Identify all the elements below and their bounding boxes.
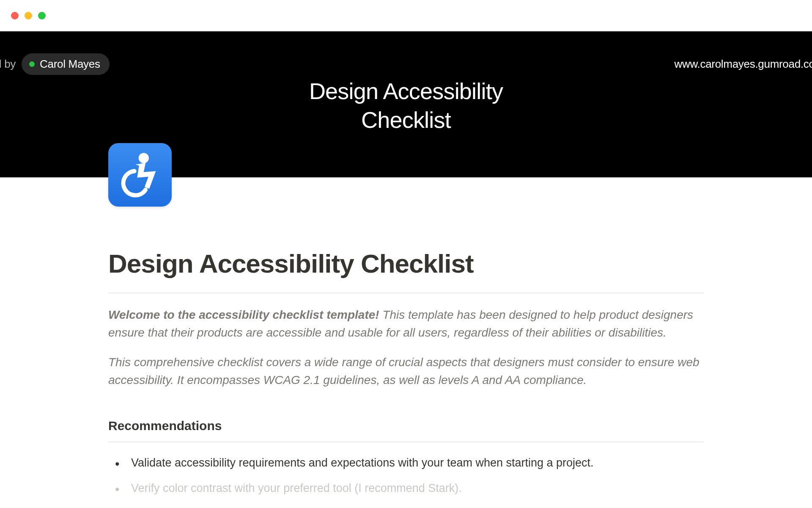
- author-pill[interactable]: Carol Mayes: [22, 53, 110, 75]
- intro-paragraph-2: This comprehensive checklist covers a wi…: [108, 353, 704, 389]
- page-title: Design Accessibility Checklist: [108, 249, 704, 278]
- cover-title: Design Accessibility Checklist: [0, 77, 812, 134]
- list-item: Validate accessibility requirements and …: [115, 454, 704, 472]
- intro-paragraph-1: Welcome to the accessibility checklist t…: [108, 306, 704, 342]
- window-titlebar: [0, 0, 812, 31]
- minimize-window-button[interactable]: [25, 12, 32, 19]
- created-by-label: ted by: [0, 58, 16, 71]
- list-item: Verify color contrast with your preferre…: [115, 480, 704, 497]
- intro-bold: Welcome to the accessibility checklist t…: [108, 308, 379, 321]
- author-name: Carol Mayes: [40, 58, 100, 71]
- page-icon-accessibility[interactable]: [108, 143, 172, 207]
- status-dot-icon: [29, 61, 35, 67]
- svg-point-0: [139, 153, 149, 163]
- recommendations-list: Validate accessibility requirements and …: [108, 454, 704, 497]
- divider: [108, 293, 704, 293]
- wheelchair-icon: [117, 152, 163, 198]
- fullscreen-window-button[interactable]: [38, 12, 46, 19]
- site-url[interactable]: www.carolmayes.gumroad.com: [675, 58, 812, 71]
- recommendations-heading: Recommendations: [108, 419, 704, 433]
- cover-top-row: ted by Carol Mayes www.carolmayes.gumroa…: [0, 53, 812, 75]
- close-window-button[interactable]: [11, 12, 19, 19]
- divider: [108, 442, 704, 442]
- page-content: Design Accessibility Checklist Welcome t…: [0, 177, 812, 497]
